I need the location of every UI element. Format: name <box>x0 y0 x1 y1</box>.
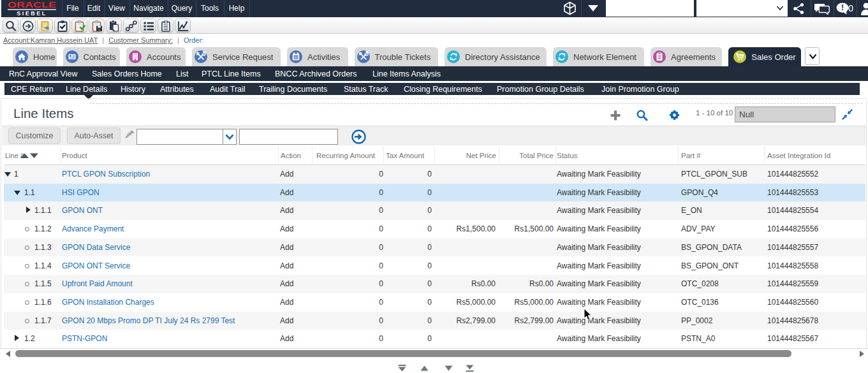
svg-text:ORACLE: ORACLE <box>8 1 56 9</box>
svg-text:!: ! <box>841 3 844 12</box>
